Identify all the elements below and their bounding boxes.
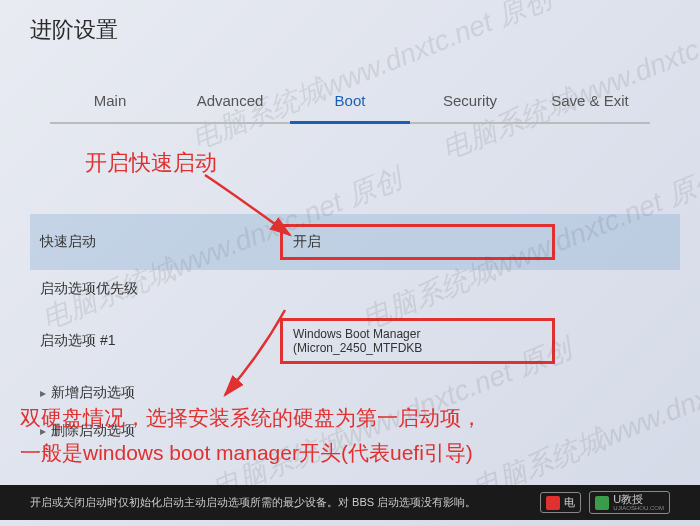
tab-advanced[interactable]: Advanced (170, 80, 290, 124)
boot-option-1-value[interactable]: Windows Boot Manager (Micron_2450_MTFDKB (280, 318, 555, 364)
boot-priority-label: 启动选项优先级 (30, 280, 280, 298)
setting-fast-boot[interactable]: 快速启动 开启 (30, 214, 680, 270)
annotation-fast-boot: 开启快速启动 (85, 148, 217, 178)
tab-save-exit[interactable]: Save & Exit (530, 80, 650, 124)
logo-area: 电 U教授 UJIAOSHOU.COM (540, 491, 670, 514)
setting-boot-priority: 启动选项优先级 (30, 270, 680, 308)
footer-help-text: 开启或关闭启动时仅初始化启动主动启动选项所需的最少设备。对 BBS 启动选项没有… (30, 495, 476, 510)
fast-boot-value[interactable]: 开启 (280, 224, 555, 260)
logo-icon (595, 496, 609, 510)
setting-boot-option-1[interactable]: 启动选项 #1 Windows Boot Manager (Micron_245… (30, 308, 680, 374)
chevron-right-icon: ▸ (40, 386, 46, 400)
tab-main[interactable]: Main (50, 80, 170, 124)
logo-icon (546, 496, 560, 510)
tab-bar: Main Advanced Boot Security Save & Exit (0, 80, 700, 124)
logo-ujiaoshou: U教授 UJIAOSHOU.COM (589, 491, 670, 514)
page-title: 进阶设置 (0, 0, 700, 60)
tab-boot[interactable]: Boot (290, 80, 410, 124)
annotation-dual-disk: 双硬盘情况，选择安装系统的硬盘为第一启动项， 一般是windows boot m… (20, 400, 482, 471)
footer-bar: 开启或关闭启动时仅初始化启动主动启动选项所需的最少设备。对 BBS 启动选项没有… (0, 485, 700, 520)
tab-security[interactable]: Security (410, 80, 530, 124)
logo-dnxtc: 电 (540, 492, 581, 513)
arrow-icon (210, 305, 300, 405)
